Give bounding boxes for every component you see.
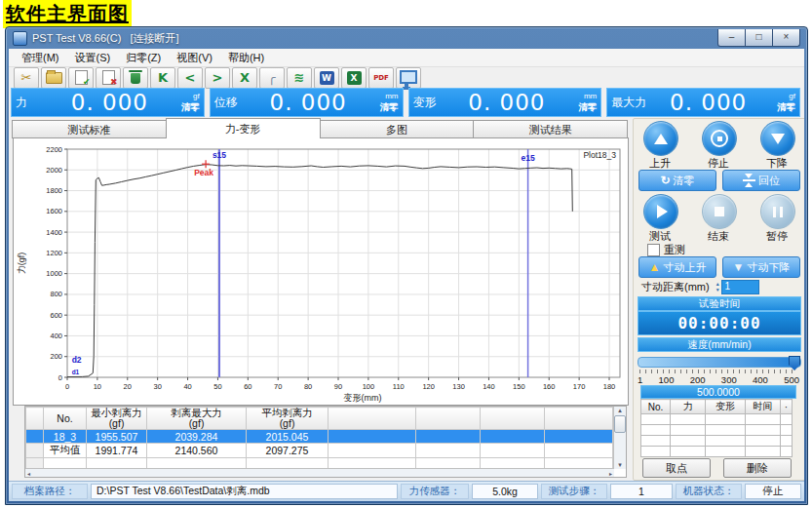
pause-button[interactable] (760, 194, 795, 229)
svg-text:1200: 1200 (46, 249, 62, 257)
rise-label: 上升 (640, 156, 679, 171)
results-header-cell (416, 408, 481, 430)
svg-text:90: 90 (334, 382, 342, 391)
tab-test-results[interactable]: 测试结果 (473, 120, 628, 138)
jog-distance-input[interactable]: 1 (721, 280, 759, 294)
menu-settings[interactable]: 设置(S) (67, 50, 119, 66)
svg-text:180: 180 (603, 382, 616, 391)
minimize-button[interactable]: – (717, 29, 746, 47)
speed-slider-thumb[interactable] (789, 356, 800, 370)
svg-text:100: 100 (363, 382, 375, 391)
pdf-export-icon[interactable]: PDF (368, 67, 394, 89)
svg-text:Plot18_3: Plot18_3 (583, 150, 616, 160)
maxforce-display: 最大力 0. 000 gf 清零 (606, 88, 800, 117)
results-row[interactable]: 平均值1991.7742140.5602097.275 (26, 444, 613, 458)
points-row[interactable] (641, 436, 793, 447)
results-table-area: No.最小剥离力(gf)剥离最大力(gf)平均剥离力(gf)18_31955.5… (24, 406, 627, 478)
svg-text:0: 0 (65, 382, 69, 391)
close-button[interactable]: × (772, 29, 800, 47)
delete-file-icon[interactable]: ✖ (96, 67, 121, 89)
cut-icon[interactable]: ✂ (14, 67, 39, 89)
scrollbar-thumb[interactable] (614, 415, 626, 433)
window-title: PST Test V8.66(C) [连接断开] (32, 31, 179, 46)
svg-text:400: 400 (50, 332, 62, 340)
menu-bar: 管理(M) 设置(S) 归零(Z) 视图(V) 帮助(H) (9, 49, 804, 67)
next-record-icon[interactable]: > (205, 67, 230, 89)
curve-icon[interactable]: ╭ (259, 67, 285, 89)
end-button[interactable] (702, 194, 737, 229)
menu-view[interactable]: 视图(V) (169, 50, 220, 66)
svg-text:1000: 1000 (46, 269, 62, 278)
force-zero-button[interactable]: 清零 (181, 101, 200, 112)
force-unit: gf (193, 92, 200, 100)
speed-slider[interactable] (638, 357, 801, 368)
results-header-cell: 最小剥离力(gf) (87, 408, 147, 430)
save-check-icon[interactable]: ✔ (68, 67, 94, 89)
retest-option: 重测 (647, 243, 685, 257)
word-export-icon[interactable]: W (314, 67, 339, 89)
results-header-cell (481, 408, 545, 430)
test-label: 测试 (640, 229, 679, 244)
tab-test-standard[interactable]: 测试标准 (12, 120, 167, 138)
end-label: 结束 (699, 229, 738, 244)
tab-multi-plot[interactable]: 多图 (320, 120, 475, 138)
displacement-zero-button[interactable]: 清零 (380, 101, 399, 112)
test-button[interactable] (643, 194, 678, 229)
menu-manage[interactable]: 管理(M) (14, 50, 67, 66)
menu-zero[interactable]: 归零(Z) (118, 50, 169, 66)
file-path-value: D:\PST Test V8.66\TestData\剥离.mdb (91, 484, 398, 499)
first-record-icon[interactable]: K (150, 67, 175, 89)
results-vertical-scrollbar[interactable]: ▴▾ (613, 407, 626, 469)
svg-text:30: 30 (153, 382, 161, 391)
home-button[interactable]: 回位 (722, 170, 800, 191)
test-time-value: 00:00:00 (638, 311, 801, 335)
home-icon (743, 175, 755, 186)
results-row[interactable]: 18_31955.5072039.2842015.045 (26, 430, 613, 444)
maxforce-zero-button[interactable]: 清零 (777, 101, 795, 112)
deformation-zero-button[interactable]: 清零 (578, 101, 597, 112)
jog-distance-label: 寸动距离(mm) (641, 280, 710, 294)
curves-icon[interactable]: ≋ (287, 67, 312, 89)
excel-export-icon[interactable]: X (341, 67, 367, 89)
jog-up-button[interactable]: ▲寸动上升 (638, 256, 716, 278)
last-record-icon[interactable]: X (232, 67, 257, 89)
trash-icon[interactable] (123, 67, 148, 89)
svg-text:2200: 2200 (46, 145, 62, 154)
svg-text:60: 60 (244, 382, 251, 391)
jog-down-button[interactable]: ▼寸动下降 (722, 256, 800, 278)
results-horizontal-scrollbar[interactable]: ◂▸ (25, 468, 614, 477)
tab-force-deformation[interactable]: 力-变形 (166, 118, 321, 138)
svg-text:70: 70 (274, 382, 282, 391)
maximize-button[interactable]: □ (745, 29, 773, 47)
points-table: No.力变形时间· (640, 399, 793, 457)
points-row[interactable] (641, 414, 793, 425)
prev-record-icon[interactable]: < (177, 67, 203, 89)
jog-distance-stepper[interactable]: ▲▼ (715, 282, 720, 292)
svg-text:150: 150 (513, 382, 525, 391)
points-row[interactable] (641, 447, 793, 457)
machine-state-label: 机器状态： (676, 484, 742, 499)
svg-text:120: 120 (422, 382, 435, 391)
maxforce-label: 最大力 (611, 95, 646, 111)
svg-text:50: 50 (213, 382, 221, 391)
menu-help[interactable]: 帮助(H) (220, 50, 272, 66)
jog-distance-row: 寸动距离(mm) ▲▼ 1 (641, 280, 797, 294)
retest-checkbox[interactable] (647, 244, 660, 256)
pause-label: 暂停 (757, 229, 796, 244)
take-point-button[interactable]: 取点 (642, 458, 711, 478)
points-row[interactable] (641, 425, 793, 436)
control-panel: 上升 停止 下降 ↻清零 回位 测试 结束 暂停 重测 ▲寸动上升 ▼寸动下降 … (633, 118, 804, 481)
stop-motion-button[interactable] (702, 121, 737, 156)
open-file-icon[interactable] (41, 67, 66, 89)
results-header-cell: No. (44, 408, 87, 430)
rise-button[interactable] (643, 121, 678, 156)
monitor-icon[interactable] (396, 67, 421, 89)
svg-text:e15: e15 (522, 153, 535, 163)
zero-button[interactable]: ↻清零 (638, 170, 716, 191)
speed-value: 500.0000 (640, 385, 796, 399)
descend-button[interactable] (760, 121, 795, 156)
window-content: 管理(M) 设置(S) 归零(Z) 视图(V) 帮助(H) ✂✔✖K<>X╭≋W… (9, 49, 804, 501)
chart-panel: 0102030405060708090100110120130140150160… (13, 137, 629, 406)
delete-point-button[interactable]: 删除 (723, 458, 792, 478)
titlebar[interactable]: PST Test V8.66(C) [连接断开] – □ × (6, 27, 807, 49)
